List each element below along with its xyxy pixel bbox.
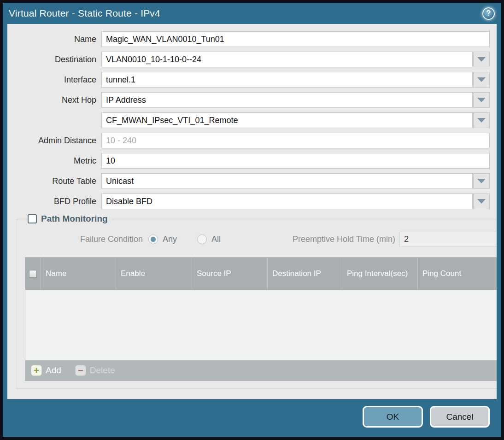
form-row-bfd-profile: BFD Profile bbox=[15, 194, 490, 209]
route-table-label: Route Table bbox=[15, 176, 101, 186]
form-row-admin-distance: Admin Distance bbox=[15, 133, 490, 148]
chevron-down-icon bbox=[477, 179, 486, 183]
metric-label: Metric bbox=[15, 156, 101, 166]
path-monitoring-table: Name Enable Source IP Destination IP Pin… bbox=[25, 257, 497, 381]
interface-label: Interface bbox=[15, 75, 101, 85]
dialog-outer-border: Virtual Router - Static Route - IPv4 ? N… bbox=[0, 0, 504, 440]
next-hop-address-input[interactable] bbox=[101, 112, 473, 128]
radio-all-icon[interactable] bbox=[197, 235, 207, 244]
chevron-down-icon bbox=[477, 77, 486, 82]
table-footer-toolbar: + Add − Delete bbox=[25, 360, 497, 381]
failure-condition-label: Failure Condition bbox=[25, 235, 148, 244]
add-plus-icon: + bbox=[31, 365, 42, 376]
path-monitoring-checkbox[interactable] bbox=[28, 214, 37, 223]
name-input[interactable] bbox=[101, 31, 490, 47]
chevron-down-icon bbox=[477, 57, 486, 62]
route-table-input[interactable] bbox=[101, 173, 473, 189]
dialog-content: Name Destination Interface bbox=[7, 24, 497, 399]
radio-option-any[interactable]: Any bbox=[148, 235, 177, 244]
interface-input[interactable] bbox=[101, 72, 473, 88]
radio-any-label: Any bbox=[163, 235, 177, 244]
radio-option-all[interactable]: All bbox=[197, 235, 221, 244]
select-all-checkbox[interactable] bbox=[29, 270, 37, 278]
dialog-title: Virtual Router - Static Route - IPv4 bbox=[9, 8, 160, 19]
table-header-source-ip: Source IP bbox=[192, 258, 268, 290]
metric-input[interactable] bbox=[101, 153, 490, 169]
static-route-dialog: Virtual Router - Static Route - IPv4 ? N… bbox=[3, 3, 501, 437]
chevron-down-icon bbox=[477, 98, 486, 102]
route-table-dropdown-button[interactable] bbox=[473, 173, 490, 189]
radio-any-icon[interactable] bbox=[148, 235, 158, 244]
chevron-down-icon bbox=[477, 118, 486, 123]
delete-button-label: Delete bbox=[90, 365, 115, 375]
form-row-destination: Destination bbox=[15, 52, 490, 67]
dialog-titlebar: Virtual Router - Static Route - IPv4 ? bbox=[3, 3, 501, 24]
table-header-ping-interval: Ping Interval(sec) bbox=[342, 258, 418, 290]
destination-label: Destination bbox=[15, 55, 101, 65]
next-hop-label: Next Hop bbox=[15, 95, 101, 105]
form-row-next-hop: Next Hop bbox=[15, 92, 490, 108]
table-header-destination-ip: Destination IP bbox=[268, 258, 342, 290]
radio-selected-dot bbox=[151, 237, 156, 242]
table-header-row: Name Enable Source IP Destination IP Pin… bbox=[25, 258, 497, 290]
cancel-button[interactable]: Cancel bbox=[430, 406, 490, 428]
form-row-name: Name bbox=[15, 31, 490, 47]
table-header-enable: Enable bbox=[116, 258, 192, 290]
table-header-select-all[interactable] bbox=[25, 258, 41, 290]
delete-button[interactable]: − Delete bbox=[75, 365, 115, 376]
form-row-metric: Metric bbox=[15, 153, 490, 169]
add-button-label: Add bbox=[46, 365, 61, 375]
chevron-down-icon bbox=[477, 199, 486, 204]
bfd-profile-label: BFD Profile bbox=[15, 197, 101, 206]
path-monitoring-section: Path Monitoring Failure Condition Any Al… bbox=[17, 214, 497, 389]
form-row-next-hop-address bbox=[15, 112, 490, 128]
destination-input[interactable] bbox=[101, 52, 473, 67]
destination-dropdown-button[interactable] bbox=[473, 52, 490, 67]
dialog-footer: OK Cancel bbox=[3, 399, 501, 437]
bfd-profile-dropdown-button[interactable] bbox=[473, 194, 490, 209]
next-hop-address-dropdown-button[interactable] bbox=[473, 112, 490, 128]
path-monitoring-legend: Path Monitoring bbox=[27, 214, 111, 224]
add-button[interactable]: + Add bbox=[31, 365, 61, 376]
admin-distance-label: Admin Distance bbox=[15, 136, 101, 146]
table-header-name: Name bbox=[41, 258, 116, 290]
path-monitoring-title: Path Monitoring bbox=[41, 214, 108, 224]
preemptive-hold-time-label: Preemptive Hold Time (min) bbox=[293, 235, 395, 244]
failure-condition-radio-group: Any All bbox=[148, 235, 241, 244]
form-row-interface: Interface bbox=[15, 72, 490, 88]
table-header-ping-count: Ping Count bbox=[418, 258, 497, 290]
form-row-route-table: Route Table bbox=[15, 173, 490, 189]
interface-dropdown-button[interactable] bbox=[473, 72, 490, 88]
name-label: Name bbox=[15, 35, 101, 44]
ok-button[interactable]: OK bbox=[363, 406, 423, 428]
admin-distance-input[interactable] bbox=[101, 133, 490, 148]
table-body-empty bbox=[25, 290, 497, 360]
next-hop-type-input[interactable] bbox=[101, 92, 473, 108]
preemptive-hold-time-input[interactable] bbox=[399, 232, 497, 246]
failure-condition-row: Failure Condition Any All Preemptive Hol… bbox=[25, 231, 497, 247]
delete-minus-icon: − bbox=[75, 365, 86, 376]
radio-all-label: All bbox=[211, 235, 221, 244]
help-icon[interactable]: ? bbox=[482, 7, 495, 20]
next-hop-type-dropdown-button[interactable] bbox=[473, 92, 490, 108]
bfd-profile-input[interactable] bbox=[101, 194, 473, 209]
